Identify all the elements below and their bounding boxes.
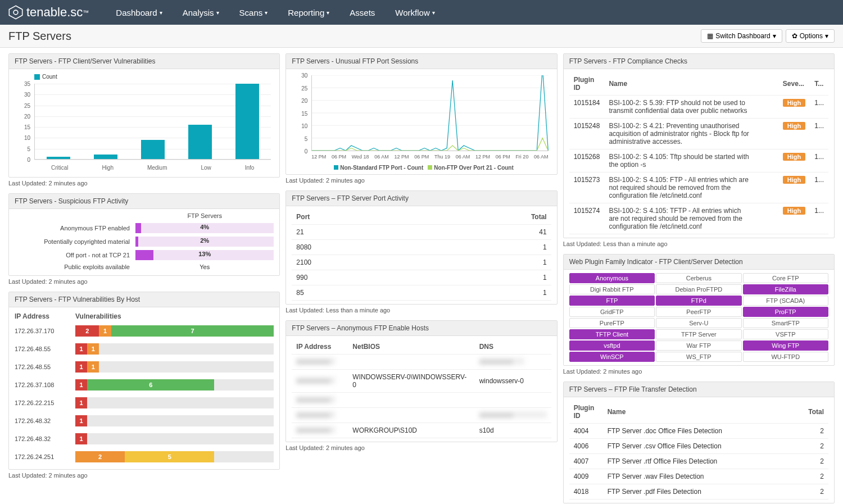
- host-row[interactable]: 172.26.48.321: [15, 430, 274, 448]
- nav-items: Dashboard▾Analysis▾Scans▾Reporting▾Asset…: [106, 8, 445, 17]
- bar[interactable]: [188, 125, 212, 159]
- vuln-bar[interactable]: 1: [75, 397, 274, 408]
- svg-point-1: [13, 10, 18, 15]
- panel-footer: Last Updated: Less than a minute ago: [563, 238, 835, 249]
- indicator-cell[interactable]: WU-FTPD: [743, 352, 828, 362]
- panel-header: FTP Servers – FTP Server Port Activity: [286, 191, 556, 206]
- bar[interactable]: [94, 155, 117, 159]
- table-row[interactable]: xxxxxxxxxxxxxxxxxxxx: [292, 408, 551, 423]
- panel-port-activity: FTP Servers – FTP Server Port Activity P…: [285, 190, 557, 305]
- gear-icon: ✿: [792, 32, 797, 40]
- grid-icon: ▦: [707, 32, 713, 40]
- indicator-cell[interactable]: Anonymous: [569, 273, 655, 283]
- bar[interactable]: [235, 84, 259, 159]
- nav-item-workflow[interactable]: Workflow▾: [385, 8, 445, 17]
- indicator-cell[interactable]: TFTP Client: [569, 329, 655, 339]
- host-row[interactable]: 172.26.24.25125: [15, 448, 274, 466]
- nav-item-dashboard[interactable]: Dashboard▾: [106, 8, 172, 17]
- table-row[interactable]: 1015273BSI-100-2: S 4.105: FTP - All ent…: [569, 172, 828, 203]
- indicator-cell[interactable]: SmartFTP: [743, 318, 828, 328]
- switch-dashboard-button[interactable]: ▦Switch Dashboard▾: [701, 29, 782, 43]
- table-row[interactable]: 4007FTP Server .rtf Office Files Detecti…: [569, 454, 828, 469]
- panel-header: FTP Servers - FTP Client/Server Vulnerab…: [9, 54, 279, 69]
- table-row[interactable]: xxxxxxxxxxxxxxxxxxxx: [292, 355, 551, 370]
- chevron-down-icon: ▾: [825, 32, 828, 40]
- indicator-cell[interactable]: FTP: [569, 296, 655, 306]
- indicator-grid: AnonymousCerberusCore FTPDigi Rabbit FTP…: [569, 273, 828, 362]
- indicator-cell[interactable]: FileZilla: [743, 284, 828, 294]
- indicator-cell[interactable]: FTPd: [656, 296, 741, 306]
- host-row[interactable]: 172.26.37.170217: [15, 322, 274, 340]
- table-row[interactable]: 21001: [292, 255, 551, 270]
- nav-item-scans[interactable]: Scans▾: [229, 8, 278, 17]
- panel-unusual-sessions: FTP Servers - Unusual FTP Port Sessions …: [285, 53, 557, 175]
- table-row[interactable]: 1015274BSI-100-2: S 4.105: TFTP - All en…: [569, 203, 828, 234]
- line-chart[interactable]: 05101520253012 PM06 PMWed 1806 AM12 PM06…: [292, 72, 551, 171]
- table-row[interactable]: 4009FTP Server .wav Files Detection2: [569, 469, 828, 484]
- table-row[interactable]: 1015248BSI-100-2: S 4.21: Preventing una…: [569, 119, 828, 149]
- vuln-bar[interactable]: 1: [75, 433, 274, 444]
- indicator-cell[interactable]: WS_FTP: [656, 352, 741, 362]
- table-row[interactable]: 4006FTP Server .csv Office Files Detecti…: [569, 439, 828, 454]
- vuln-bar[interactable]: 1: [75, 415, 274, 426]
- table-row[interactable]: xxxxxxxxxx: [292, 393, 551, 408]
- table-row[interactable]: 80801: [292, 240, 551, 255]
- indicator-cell[interactable]: PureFTP: [569, 318, 655, 328]
- host-row[interactable]: 172.26.48.5511: [15, 340, 274, 358]
- table-row[interactable]: 9901: [292, 270, 551, 285]
- table-row[interactable]: 1015268BSI-100-2: S 4.105: Tftp should b…: [569, 149, 828, 172]
- vuln-bar[interactable]: 16: [75, 379, 274, 391]
- nav-item-reporting[interactable]: Reporting▾: [278, 8, 339, 17]
- host-row[interactable]: 172.26.37.10816: [15, 376, 274, 394]
- nav-item-assets[interactable]: Assets: [339, 8, 385, 17]
- indicator-cell[interactable]: ProFTP: [743, 307, 828, 317]
- bar[interactable]: [141, 140, 165, 159]
- vuln-bar[interactable]: 25: [75, 451, 274, 462]
- dashboard-grid: FTP Servers - FTP Client/Server Vulnerab…: [0, 48, 843, 504]
- brand-logo[interactable]: tenable.sc™: [8, 5, 89, 20]
- indicator-cell[interactable]: Debian ProFTPD: [656, 284, 741, 294]
- vuln-bar[interactable]: 11: [75, 361, 274, 373]
- indicator-cell[interactable]: FTP (SCADA): [743, 296, 828, 306]
- indicator-cell[interactable]: PeerFTP: [656, 307, 741, 317]
- table-row[interactable]: 4018FTP Server .pdf Files Detection2: [569, 484, 828, 500]
- indicator-cell[interactable]: Digi Rabbit FTP: [569, 284, 655, 294]
- bar[interactable]: [47, 157, 70, 159]
- chevron-down-icon: ▾: [160, 10, 162, 16]
- options-button[interactable]: ✿Options▾: [786, 29, 835, 43]
- indicator-cell[interactable]: War FTP: [656, 340, 741, 351]
- port-activity-table: PortTotal214180801210019901851: [292, 210, 551, 301]
- suspicious-row[interactable]: Off port - not at TCP 2113%: [15, 248, 274, 262]
- panel-footer: Last Updated: 2 minutes ago: [8, 276, 280, 287]
- panel-header: FTP Servers - Suspicious FTP Activity: [9, 194, 279, 209]
- panel-header: FTP Servers – FTP File Transfer Detectio…: [564, 382, 834, 397]
- host-row[interactable]: 172.26.48.5511: [15, 358, 274, 376]
- indicator-cell[interactable]: GridFTP: [569, 307, 655, 317]
- vuln-bar[interactable]: 217: [75, 325, 274, 337]
- panel-indicator: Web Plugin Family Indicator - FTP Client…: [563, 254, 835, 366]
- table-row[interactable]: 851: [292, 285, 551, 301]
- indicator-cell[interactable]: TFTP Server: [656, 329, 741, 339]
- panel-footer: Last Updated: 2 minutes ago: [285, 175, 557, 186]
- table-row[interactable]: 4004FTP Server .doc Office Files Detecti…: [569, 424, 828, 439]
- indicator-cell[interactable]: Serv-U: [656, 318, 741, 328]
- indicator-cell[interactable]: Cerberus: [656, 273, 741, 283]
- navbar: tenable.sc™ Dashboard▾Analysis▾Scans▾Rep…: [0, 0, 843, 25]
- vuln-bar[interactable]: 11: [75, 343, 274, 355]
- indicator-cell[interactable]: vsftpd: [569, 340, 655, 351]
- table-row[interactable]: xxxxxxxxxxWORKGROUP\S10Ds10d: [292, 423, 551, 438]
- indicator-cell[interactable]: VSFTP: [743, 329, 828, 339]
- host-row[interactable]: 172.26.22.2151: [15, 394, 274, 412]
- suspicious-row[interactable]: Potentially copyrighted material2%: [15, 235, 274, 248]
- table-row[interactable]: 1015184BSI-100-2: S 5.39: FTP should not…: [569, 96, 828, 119]
- indicator-cell[interactable]: Wing FTP: [743, 340, 828, 351]
- bar-chart[interactable]: Count05101520253035CriticalHighMediumLow…: [15, 72, 274, 174]
- table-row[interactable]: 2141: [292, 225, 551, 240]
- nav-item-analysis[interactable]: Analysis▾: [173, 8, 229, 17]
- host-row[interactable]: 172.26.48.321: [15, 412, 274, 430]
- suspicious-row[interactable]: Anonymous FTP enabled4%: [15, 221, 274, 235]
- indicator-cell[interactable]: Core FTP: [743, 273, 828, 283]
- indicator-cell[interactable]: WinSCP: [569, 352, 655, 362]
- panel-compliance: FTP Servers - FTP Compliance Checks Plug…: [563, 53, 835, 238]
- table-row[interactable]: xxxxxxxxxxWINDOWSSERV-0\WINDOWSSERV-0win…: [292, 370, 551, 393]
